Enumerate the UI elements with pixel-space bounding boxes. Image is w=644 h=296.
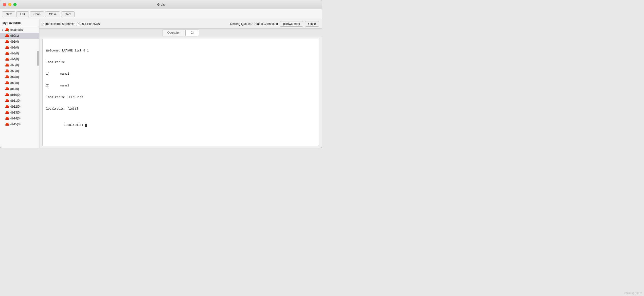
db-item-4[interactable]: db4(0) [0,56,39,62]
db-redis-icon-10 [5,93,9,97]
db-item-2[interactable]: db2(0) [0,44,39,50]
connection-info: Name:localredis Server:127.0.0.1 Port:63… [42,22,228,26]
app-window: G-dis New Edit Conn Close Rem My Favouri… [0,0,322,148]
tab-cli[interactable]: Cli [186,29,199,36]
db-label-12: db12(0) [10,105,20,108]
db-label-7: db7(0) [10,75,19,79]
toolbar: New Edit Conn Close Rem [0,9,322,19]
sidebar-scroll-area: ▾ localredis [0,27,39,148]
db-label-11: db11(0) [10,99,20,102]
close-light[interactable] [3,3,6,6]
main-layout: My Favourite ▾ [0,19,322,148]
cli-line-6: localredis: [46,118,315,132]
sidebar-header: My Favourite [0,19,39,27]
db-item-8[interactable]: db8(0) [0,80,39,86]
redis-logo-icon [5,28,9,31]
cli-output[interactable]: Welcome: LRANGE list 0 1 localredis: 1) … [42,39,319,146]
db-redis-icon-3 [5,51,9,56]
db-redis-icon-6 [5,69,9,73]
db-label-5: db5(0) [10,63,19,67]
db-item-10[interactable]: db10(0) [0,92,39,98]
db-item-9[interactable]: db9(0) [0,86,39,92]
connection-node[interactable]: ▾ localredis [0,27,39,33]
cli-line-4: localredis: LLEN list [46,95,315,100]
db-label-9: db9(0) [10,87,19,91]
db-label-6: db6(0) [10,69,19,73]
db-redis-icon-4 [5,57,9,61]
cli-line-3: 2) name2 [46,83,315,88]
db-item-6[interactable]: db6(0) [0,68,39,74]
db-redis-icon-8 [5,81,9,85]
db-label-8: db8(0) [10,81,19,85]
header-right: Dealing Queue:0 Status:Connected (Re)Con… [230,21,319,26]
window-title: G-dis [157,3,165,6]
new-button[interactable]: New [2,11,15,17]
dealing-queue-info: Dealing Queue:0 [230,22,252,26]
sidebar-scrollbar[interactable] [37,51,39,66]
minimize-light[interactable] [8,3,11,6]
content-header: Name:localredis Server:127.0.0.1 Port:63… [40,19,322,28]
tab-operation[interactable]: Operation [162,29,186,36]
db-redis-icon-7 [5,75,9,79]
rem-button[interactable]: Rem [61,11,75,17]
db-label-3: db3(0) [10,52,19,55]
cli-line-0: Welcome: LRANGE list 0 1 [46,48,315,53]
db-label-2: db2(0) [10,46,19,49]
close-button[interactable]: Close [305,21,319,26]
sidebar-tree: ▾ localredis [0,27,39,127]
tab-bar: Operation Cli [40,28,322,37]
status-info: Status:Connected [254,22,278,26]
db-item-7[interactable]: db7(0) [0,74,39,80]
connection-label: localredis [10,28,23,31]
db-label-13: db13(0) [10,111,20,114]
db-label-15: db15(0) [10,123,20,126]
cli-line-5: localredis: (int)3 [46,107,315,111]
db-label-0: db0(1) [10,34,19,37]
db-redis-icon-2 [5,45,9,50]
db-redis-icon-15 [5,122,9,127]
db-label-14: db14(0) [10,117,20,120]
reconnect-button[interactable]: (Re)Connect [280,21,303,26]
cli-line-2: 1) name1 [46,72,315,76]
db-redis-icon-12 [5,104,9,109]
maximize-light[interactable] [13,3,16,6]
db-redis-icon-14 [5,116,9,121]
title-bar: G-dis [0,0,322,9]
db-label-1: db1(0) [10,40,19,43]
traffic-lights [3,3,16,6]
chevron-icon: ▾ [2,28,5,31]
db-redis-icon-0 [5,33,9,38]
db-redis-icon-5 [5,63,9,67]
content-area: Name:localredis Server:127.0.0.1 Port:63… [40,19,322,148]
db-label-4: db4(0) [10,58,19,61]
db-item-5[interactable]: db5(0) [0,62,39,68]
svg-point-4 [8,30,9,31]
db-redis-icon-9 [5,87,9,91]
db-redis-icon-1 [5,39,9,44]
db-redis-icon-11 [5,98,9,103]
edit-button[interactable]: Edit [16,11,29,17]
db-item-14[interactable]: db14(0) [0,115,39,121]
db-item-13[interactable]: db13(0) [0,110,39,115]
db-item-11[interactable]: db11(0) [0,98,39,104]
db-item-3[interactable]: db3(0) [0,50,39,56]
db-item-12[interactable]: db12(0) [0,104,39,110]
db-item-1[interactable]: db1(0) [0,39,39,44]
db-item-0[interactable]: db0(1) [0,33,39,39]
db-label-10: db10(0) [10,93,20,96]
cli-line-1: localredis: [46,60,315,65]
sidebar: My Favourite ▾ [0,19,40,148]
cli-cursor [85,124,87,127]
conn-button[interactable]: Conn [30,11,44,17]
redis-icon [5,27,9,32]
db-item-15[interactable]: db15(0) [0,121,39,127]
db-redis-icon-13 [5,110,9,115]
close-conn-button[interactable]: Close [45,11,60,17]
